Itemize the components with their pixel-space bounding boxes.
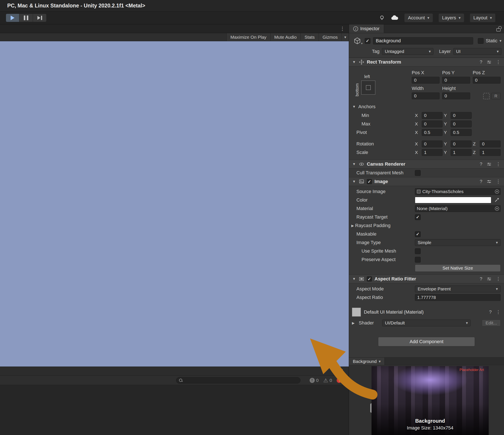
shader-dropdown[interactable]: UI/Default ▾ [382,320,471,326]
anchor-min-x-field[interactable] [422,112,442,119]
layout-dropdown[interactable]: Layout ▾ [470,13,495,22]
set-native-size-button[interactable]: Set Native Size [415,265,501,272]
tab-inspector[interactable]: i Inspector [349,25,384,33]
raw-edit-mode-button[interactable]: R [491,93,501,99]
cloud-icon[interactable] [391,15,399,21]
layers-dropdown[interactable]: Layers ▾ [439,13,464,22]
help-icon[interactable]: ? [480,276,482,282]
pos-x-field[interactable] [412,77,440,84]
account-dropdown[interactable]: Account ▾ [404,13,433,22]
material-swatch[interactable] [352,308,361,317]
use-sprite-mesh-checkbox[interactable] [415,248,421,254]
more-icon[interactable]: ⋮ [496,59,501,65]
gizmos-dropdown[interactable]: Gizmos [319,33,342,41]
tag-dropdown[interactable]: Untagged ▾ [382,48,433,55]
aspect-ratio-field[interactable] [415,294,501,301]
source-image-field[interactable]: City-ThomasScholes [415,188,501,195]
console-search-input[interactable] [184,378,298,383]
pivot-x-field[interactable] [422,129,442,136]
maximize-on-play-toggle[interactable]: Maximize On Play [226,33,270,41]
anchor-preset-box[interactable] [361,80,375,95]
anchor-max-x-field[interactable] [422,121,442,127]
more-icon[interactable]: ⋮ [496,309,501,315]
more-icon[interactable]: ⋮ [496,179,501,184]
static-checkbox[interactable] [478,38,484,44]
object-picker-icon[interactable] [495,206,499,211]
foldout-icon[interactable]: ▶ [351,224,355,228]
scale-z-field[interactable] [480,149,501,156]
help-icon[interactable]: ? [480,161,482,167]
raycast-target-checkbox[interactable]: ✓ [415,214,421,220]
presets-icon[interactable] [486,162,492,167]
layer-dropdown[interactable]: UI ▾ [453,48,502,55]
pane-menu-icon[interactable]: ⋮ [340,369,345,374]
rotation-y-field[interactable] [451,141,471,147]
more-icon[interactable]: ⋮ [496,276,501,282]
anchor-min-y-field[interactable] [451,112,471,119]
cull-transparent-mesh-checkbox[interactable] [415,170,421,176]
stats-toggle[interactable]: Stats [300,33,319,41]
color-swatch[interactable] [415,197,491,203]
gameobject-icon-button[interactable]: ▾ [352,36,362,45]
pause-button[interactable] [19,14,33,22]
foldout-icon[interactable]: ▼ [352,105,356,109]
anchor-preset-widget[interactable]: left bottom [354,74,386,104]
image-type-dropdown[interactable]: Simple ▾ [415,239,501,246]
presets-icon[interactable] [486,179,492,184]
foldout-icon[interactable]: ▼ [352,180,356,184]
console-search-box[interactable] [176,377,300,383]
inspector-lock-button[interactable] [496,25,504,33]
height-field[interactable] [442,92,470,99]
foldout-icon[interactable]: ▼ [352,60,356,64]
presets-icon[interactable] [486,60,492,65]
warning-count-toggle[interactable]: ⚠ 0 [323,378,332,383]
pos-z-field[interactable] [473,77,501,84]
step-button[interactable] [33,14,46,22]
shader-edit-button[interactable]: Edit... [482,320,501,326]
pivot-y-field[interactable] [451,129,471,136]
aspect-ratio-fitter-enabled-checkbox[interactable]: ✓ [367,276,372,282]
help-icon[interactable]: ? [480,179,482,184]
image-enabled-checkbox[interactable]: ✓ [367,179,372,184]
add-component-button[interactable]: Add Component [378,337,475,346]
preserve-aspect-checkbox[interactable] [415,257,421,263]
game-toolbar-overflow-dropdown[interactable]: ▾ [342,33,349,41]
pos-y-field[interactable] [442,77,470,84]
maskable-checkbox[interactable]: ✓ [415,231,421,237]
material-field[interactable]: None (Material) [415,205,501,212]
mute-audio-toggle[interactable]: Mute Audio [270,33,300,41]
rotation-x-field[interactable] [422,141,442,147]
eyedropper-icon[interactable] [493,197,501,203]
aspect-ratio-fitter-header[interactable]: ▼ ✓ Aspect Ratio Fitter ? ⋮ [349,275,504,284]
shader-row: ▶ Shader UI/Default ▾ Edit... [352,320,501,326]
anchor-max-y-field[interactable] [451,121,471,127]
gameobject-name-field[interactable] [373,37,473,44]
preview-tab-background[interactable]: Background ▾ [349,358,385,365]
canvas-renderer-header[interactable]: ▼ Canvas Renderer ? ⋮ [349,160,504,169]
help-icon[interactable]: ? [480,59,482,65]
lighting-status-icon[interactable] [379,15,385,21]
info-count-toggle[interactable]: ! 0 [310,378,319,383]
presets-icon[interactable] [486,276,492,282]
rect-transform-header[interactable]: ▼ Rect Transform ? ⋮ [349,58,504,67]
help-icon[interactable]: ? [489,309,492,315]
width-field[interactable] [412,92,440,99]
error-count-toggle[interactable]: ! 0 [337,378,346,383]
scale-x-field[interactable] [422,149,442,156]
blueprint-mode-icon[interactable] [483,93,490,99]
pane-menu-icon[interactable]: ⋮ [340,26,345,31]
play-button[interactable] [6,14,19,22]
image-component-header[interactable]: ▼ ✓ Image ? ⋮ [349,177,504,186]
more-icon[interactable]: ⋮ [496,161,501,167]
raycast-padding-row[interactable]: ▶ Raycast Padding [349,221,504,230]
game-render-view[interactable] [0,41,349,366]
aspect-mode-dropdown[interactable]: Envelope Parent ▾ [415,285,501,292]
scale-y-field[interactable] [451,149,471,156]
gameobject-active-checkbox[interactable]: ✓ [365,38,370,44]
rotation-z-field[interactable] [480,141,501,147]
foldout-icon[interactable]: ▶ [352,321,356,325]
foldout-icon[interactable]: ▼ [352,162,356,166]
sprite-preview-image[interactable]: Placeholder Art Background Image Size: 1… [371,366,489,435]
object-picker-icon[interactable] [495,189,499,194]
foldout-icon[interactable]: ▼ [352,277,356,281]
